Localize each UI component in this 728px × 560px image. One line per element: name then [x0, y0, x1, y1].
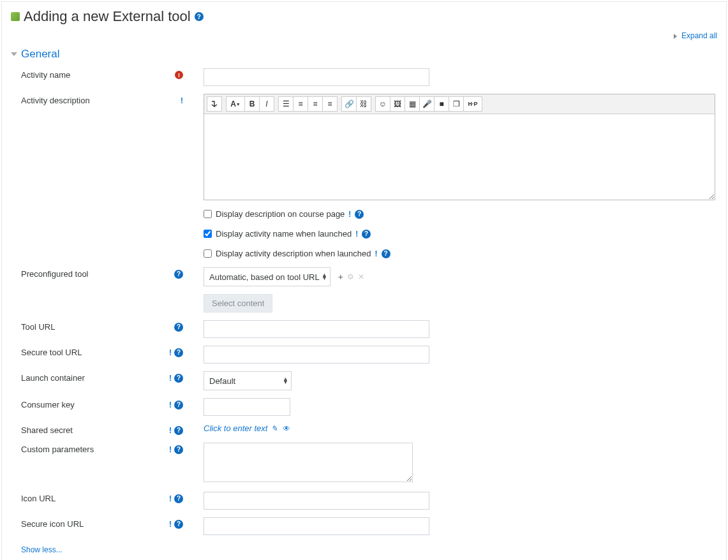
tool-url-input[interactable]	[204, 320, 429, 338]
puzzle-icon	[11, 12, 20, 21]
secure-icon-url-input[interactable]	[204, 517, 429, 535]
required-icon: !	[175, 71, 183, 79]
toolbar-paragraph-icon[interactable]: A▼	[226, 96, 245, 112]
display-desc-launched-checkbox[interactable]	[204, 249, 212, 258]
help-icon[interactable]: ?	[362, 230, 371, 239]
toolbar-mic-icon[interactable]: 🎤	[419, 96, 435, 112]
preconfigured-tool-value: Automatic, based on tool URL	[209, 272, 320, 282]
toolbar-emoji-icon[interactable]: ☺	[375, 96, 390, 112]
editor-toolbar: A▼ B I ☰ ≡ ≡ ≡ 🔗 ⛓	[204, 94, 715, 114]
label-custom-parameters: Custom parameters	[21, 445, 94, 454]
help-icon[interactable]: ?	[174, 401, 183, 409]
launch-container-select[interactable]: Default ▲▼	[204, 371, 292, 390]
select-caret-icon: ▲▼	[322, 274, 326, 280]
toolbar-video-icon[interactable]: ■	[434, 96, 449, 112]
rich-text-editor: A▼ B I ☰ ≡ ≡ ≡ 🔗 ⛓	[204, 94, 715, 200]
toolbar-h5p-icon[interactable]: H·P	[463, 96, 482, 112]
toolbar-toggle-icon[interactable]	[207, 96, 222, 112]
help-icon[interactable]: ?	[355, 210, 364, 219]
caret-down-icon	[11, 52, 17, 56]
help-icon[interactable]: ?	[174, 323, 183, 332]
advanced-marker-icon[interactable]: !	[169, 348, 172, 357]
advanced-marker-icon[interactable]: !	[169, 426, 172, 435]
toolbar-link-icon[interactable]: 🔗	[341, 96, 357, 112]
display-name-launched-checkbox[interactable]	[204, 230, 212, 238]
help-icon[interactable]: ?	[174, 520, 183, 529]
select-content-button: Select content	[204, 294, 272, 313]
toolbar-indent-icon[interactable]: ≡	[322, 96, 338, 112]
icon-url-input[interactable]	[204, 492, 429, 510]
advanced-marker-icon[interactable]: !	[169, 494, 172, 503]
editor-textarea[interactable]	[204, 114, 715, 200]
advanced-marker-icon[interactable]: !	[375, 249, 378, 258]
show-less-link[interactable]: Show less...	[11, 539, 717, 560]
label-shared-secret: Shared secret	[21, 425, 73, 435]
label-tool-url: Tool URL	[21, 322, 55, 332]
pencil-icon[interactable]: ✎	[271, 424, 278, 433]
help-icon[interactable]: ?	[174, 374, 183, 383]
help-icon[interactable]: ?	[174, 445, 183, 454]
help-icon[interactable]: ?	[174, 494, 183, 503]
label-secure-icon-url: Secure icon URL	[21, 519, 84, 529]
custom-parameters-textarea[interactable]	[204, 443, 413, 482]
label-launch-container: Launch container	[21, 373, 85, 383]
display-desc-launched-label[interactable]: Display activity description when launch…	[216, 249, 371, 258]
advanced-marker-icon[interactable]: !	[169, 401, 172, 409]
eye-icon[interactable]: 👁	[283, 424, 290, 433]
toolbar-unlink-icon[interactable]: ⛓	[356, 96, 371, 112]
toolbar-media-icon[interactable]: ▦	[405, 96, 420, 112]
display-name-launched-label[interactable]: Display activity name when launched	[216, 229, 352, 239]
toolbar-image-icon[interactable]: 🖼	[390, 96, 405, 112]
label-preconfigured-tool: Preconfigured tool	[21, 269, 89, 279]
label-icon-url: Icon URL	[21, 494, 56, 503]
section-general-header[interactable]: General	[11, 44, 717, 64]
toolbar-italic-icon[interactable]: I	[259, 96, 274, 112]
select-caret-icon: ▲▼	[283, 378, 287, 384]
consumer-key-input[interactable]	[204, 398, 290, 416]
display-description-label[interactable]: Display description on course page	[216, 209, 345, 219]
section-general-body: Activity name ! Activity description !	[11, 64, 717, 560]
label-activity-name: Activity name	[21, 70, 70, 80]
activity-name-input[interactable]	[204, 68, 429, 86]
secure-tool-url-input[interactable]	[204, 346, 429, 364]
launch-container-value: Default	[209, 376, 235, 386]
help-icon[interactable]: ?	[195, 12, 204, 21]
label-secure-tool-url: Secure tool URL	[21, 348, 82, 357]
shared-secret-input[interactable]: Click to enter text ✎	[204, 424, 278, 433]
toolbar-ul-icon[interactable]: ☰	[278, 96, 293, 112]
label-activity-description: Activity description	[21, 96, 90, 105]
preconfigured-tool-select[interactable]: Automatic, based on tool URL ▲▼	[204, 267, 331, 286]
toolbar-ol-icon[interactable]: ≡	[293, 96, 308, 112]
advanced-marker-icon[interactable]: !	[181, 96, 183, 105]
help-icon[interactable]: ?	[382, 249, 390, 258]
advanced-marker-icon[interactable]: !	[355, 230, 358, 239]
toolbar-bold-icon[interactable]: B	[244, 96, 260, 112]
toolbar-outdent-icon[interactable]: ≡	[308, 96, 323, 112]
delete-tool-icon: ✕	[358, 272, 364, 281]
add-tool-icon[interactable]: +	[338, 272, 343, 282]
page-title-text: Adding a new External tool	[24, 8, 191, 25]
help-icon[interactable]: ?	[174, 426, 183, 435]
shared-secret-placeholder: Click to enter text	[204, 424, 267, 433]
chevron-right-icon	[674, 34, 677, 39]
advanced-marker-icon[interactable]: !	[169, 520, 172, 529]
edit-tool-icon: ⚙	[347, 272, 354, 281]
advanced-marker-icon[interactable]: !	[169, 374, 172, 383]
help-icon[interactable]: ?	[174, 348, 183, 357]
toolbar-files-icon[interactable]: ❐	[449, 96, 464, 112]
expand-all-link[interactable]: Expand all	[681, 31, 717, 40]
page-title: Adding a new External tool ?	[11, 8, 717, 25]
advanced-marker-icon[interactable]: !	[348, 210, 351, 219]
advanced-marker-icon[interactable]: !	[169, 445, 172, 454]
display-description-checkbox[interactable]	[204, 210, 212, 218]
label-consumer-key: Consumer key	[21, 400, 75, 409]
help-icon[interactable]: ?	[174, 270, 183, 279]
section-general-label: General	[21, 48, 59, 61]
